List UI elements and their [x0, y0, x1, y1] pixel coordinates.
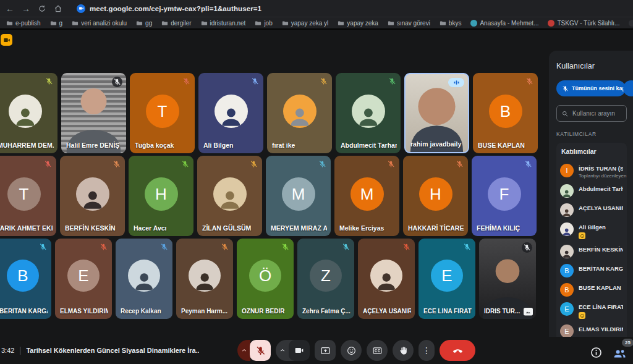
participant-name: BUSE KAPLAN [478, 142, 534, 149]
photo-avatar [76, 177, 109, 211]
participant-tile[interactable]: FFEHİMA KILIÇ [472, 156, 537, 236]
meeting-info-icon[interactable] [590, 346, 603, 359]
end-call-button[interactable] [440, 340, 475, 361]
panel-action-button[interactable] [623, 80, 633, 96]
mic-off-icon [455, 159, 464, 169]
mic-off-icon [182, 77, 191, 86]
participants-section-header[interactable]: Katılımcılar [556, 143, 627, 159]
camera-options-chevron[interactable] [276, 340, 289, 361]
bookmark-label: idristuran.net [210, 20, 246, 27]
participant-list-item[interactable]: IİDRİS TURAN (Siz)Toplantıyı düzenleyen [560, 161, 623, 182]
photo-avatar [370, 260, 402, 292]
participant-list-item[interactable]: BBUSE KAPLAN [560, 281, 623, 300]
bookmark-item[interactable]: idristuran.net [201, 20, 246, 27]
reaction-badge [579, 232, 585, 239]
participant-tile[interactable]: MMelike Erciyas [334, 156, 399, 236]
bookmark-item[interactable]: bkys [440, 20, 462, 27]
bookmark-item[interactable]: Anasayfa - Mehmet... [470, 20, 538, 27]
mic-off-icon [562, 85, 569, 92]
bookmark-item[interactable]: g [50, 20, 63, 27]
site-favicon [629, 20, 633, 27]
divider [20, 347, 20, 355]
participant-tile[interactable]: BERFİN KESKİN [60, 156, 125, 236]
bookmark-item[interactable]: YÖKDİL Sınavı [629, 20, 633, 27]
camera-toggle-button[interactable] [289, 340, 310, 361]
bookmark-item[interactable]: sınav görevi [388, 20, 430, 27]
participant-tile[interactable]: Peyman Harm... [176, 239, 233, 319]
address-bar[interactable]: meet.google.com/cej-ymtw-eax?pli=1&authu… [77, 4, 261, 13]
mute-all-button[interactable]: Tümünün sesini kapat [556, 80, 626, 96]
search-input[interactable] [572, 110, 624, 117]
participant-tile[interactable]: Halil Emre DENİŞ [61, 73, 126, 153]
url-text[interactable]: meet.google.com/cej-ymtw-eax?pli=1&authu… [90, 5, 261, 12]
meeting-title: Tarihsel Kökenlerden Güncel Siyasal Dina… [26, 347, 199, 354]
home-icon[interactable] [53, 4, 63, 14]
participant-list-item[interactable]: Ali Bilgen [560, 220, 623, 242]
participant-tile[interactable]: EELMAS YILDIRIM [55, 239, 112, 319]
participant-list-item[interactable]: BBERİTAN KARGA [560, 261, 623, 281]
participants-icon[interactable]: 25 [613, 346, 627, 359]
participant-tile[interactable]: MMERYEM MIRAZ A... [266, 156, 331, 236]
bookmark-item[interactable]: TSKGV - Türk Silahlı... [548, 20, 619, 27]
participant-tile[interactable]: MUHARREM DEM... [0, 73, 57, 153]
mic-off-icon [462, 242, 472, 252]
participant-tile[interactable]: TTARIK AHMET EKEN [0, 156, 56, 236]
participant-tile[interactable]: ÖÖZNUR BEDİR [237, 239, 294, 319]
participant-tile[interactable]: rahim javadbaily [404, 73, 469, 153]
more-options-button[interactable]: ⋮ [418, 340, 435, 361]
participant-list-item[interactable]: EECE LİNA FIRAT [560, 300, 623, 322]
participant-tile[interactable]: HHacer Avcı [129, 156, 193, 236]
photo-avatar [560, 203, 574, 217]
refresh-icon[interactable] [37, 4, 47, 14]
raise-hand-button[interactable] [393, 340, 414, 361]
bookmark-label: dergiler [171, 20, 191, 27]
meet-stage: MUHARREM DEM...Halil Emre DENİŞTTuğba ko… [0, 30, 633, 364]
present-screen-button[interactable] [315, 340, 336, 361]
bookmark-item[interactable]: job [255, 20, 272, 27]
photo-avatar [560, 184, 574, 198]
participant-tile[interactable]: ZİLAN GÜLSÜM [197, 156, 262, 236]
mic-off-icon [341, 242, 350, 252]
participant-tile[interactable]: HHAKKARİ TİCARE... [403, 156, 468, 236]
photo-avatar [560, 245, 574, 258]
participant-tile[interactable]: ZZehra Fatma Ç... [297, 239, 354, 319]
camera-warning-icon[interactable] [1, 34, 12, 46]
participant-list-item[interactable]: AÇELYA USANIR [560, 201, 623, 220]
participant-name: BERİTAN KARGA [579, 265, 623, 272]
search-box[interactable] [556, 105, 627, 122]
bookmark-item[interactable]: dergiler [161, 20, 191, 27]
back-icon[interactable]: ← [5, 4, 15, 14]
participant-tile[interactable]: BBUSE KAPLAN [473, 73, 538, 153]
participant-tile[interactable]: İDRİS TUR... [479, 239, 536, 319]
participant-tile[interactable]: AÇELYA USANIR [358, 239, 415, 319]
participant-name: FEHİMA KILIÇ [477, 224, 533, 232]
bottom-bar: 3:42 Tarihsel Kökenlerden Güncel Siyasal… [0, 337, 633, 364]
participant-tile[interactable]: Recep Kalkan [116, 239, 172, 319]
participant-tile[interactable]: BBERİTAN KARGA [0, 239, 51, 319]
photo-avatar [560, 222, 574, 236]
bookmark-label: yapay zeka yl [291, 20, 329, 27]
bookmark-item[interactable]: gg [136, 20, 152, 27]
captions-button[interactable] [367, 340, 388, 361]
participant-list-item[interactable]: BERFİN KESKİN [560, 242, 623, 261]
letter-avatar: Z [310, 260, 342, 292]
bookmark-item[interactable]: e-publish [6, 20, 41, 27]
participant-tile[interactable]: EECE LİNA FIRAT [418, 239, 475, 319]
letter-avatar: B [560, 264, 574, 277]
participant-tile[interactable]: Ali Bilgen [198, 73, 263, 153]
bookmark-item[interactable]: yapay zeka [338, 20, 378, 27]
participant-tile[interactable]: TTuğba koçak [130, 73, 195, 153]
participant-name: Hacer Avcı [134, 224, 190, 232]
letter-avatar: M [282, 177, 315, 211]
bookmark-item[interactable]: veri analizi okulu [72, 20, 127, 27]
participant-tile[interactable]: fırat ike [267, 73, 332, 153]
mic-options-chevron[interactable] [237, 340, 250, 361]
forward-icon[interactable]: → [21, 4, 31, 14]
reactions-button[interactable] [341, 340, 362, 361]
mic-off-icon [38, 242, 48, 252]
participant-tile[interactable]: Abdulmecit Tarhan [336, 73, 401, 153]
participant-list-item[interactable]: Abdulmecit Tarhan [560, 182, 623, 201]
bookmark-item[interactable]: yapay zeka yl [282, 20, 329, 27]
participant-name: TARIK AHMET EKEN [0, 224, 53, 232]
mic-toggle-button[interactable] [250, 340, 271, 361]
